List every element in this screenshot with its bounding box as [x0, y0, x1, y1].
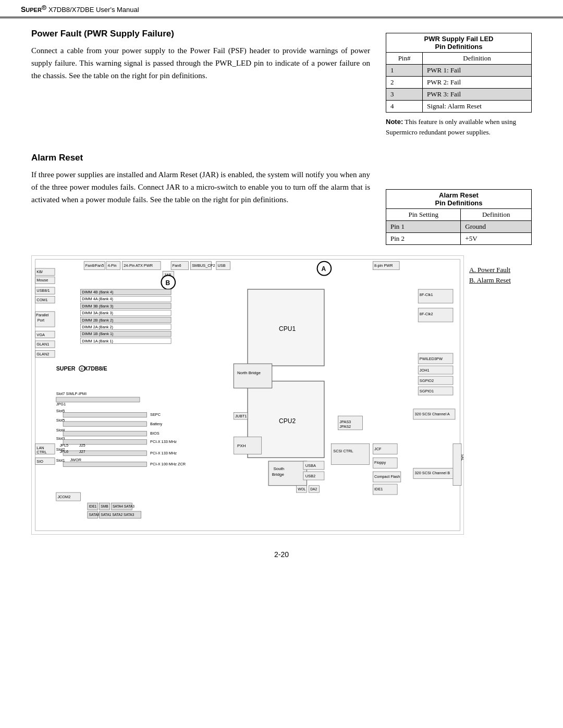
pin-def: PWR 1: Fail [423, 65, 532, 77]
svg-text:JUBT1: JUBT1 [235, 414, 247, 418]
alarm-reset-right: Alarm Reset Pin Definitions Pin Setting … [386, 147, 532, 245]
brand-logo: SUPER® [21, 5, 46, 14]
svg-text:North Bridge: North Bridge [237, 371, 261, 375]
pwr-fail-table: PWR Supply Fail LED Pin Definitions Pin#… [386, 33, 532, 113]
svg-text:8-pin PWR: 8-pin PWR [374, 263, 393, 268]
svg-text:JOH1: JOH1 [420, 368, 430, 373]
svg-text:4-Pin: 4-Pin [108, 263, 117, 268]
power-fault-right: PWR Supply Fail LED Pin Definitions Pin#… [386, 29, 532, 137]
alarm-reset-section: Alarm Reset If three power supplies are … [31, 147, 532, 245]
svg-rect-98 [63, 451, 146, 455]
svg-text:A: A [322, 265, 326, 273]
svg-rect-103 [63, 462, 146, 466]
svg-text:CTRL: CTRL [36, 450, 46, 454]
svg-text:DA2: DA2 [310, 487, 317, 491]
svg-text:DIMM 1A (Bank 1): DIMM 1A (Bank 1) [82, 339, 113, 343]
svg-text:PCI-X 100 MHz ZCR: PCI-X 100 MHz ZCR [150, 462, 186, 466]
svg-text:SGPIO2: SGPIO2 [420, 378, 434, 383]
svg-text:Fan8/Fan5: Fan8/Fan5 [85, 263, 104, 268]
svg-text:WOL: WOL [298, 487, 305, 491]
diagram-label-b[interactable]: B. Alarm Reset [469, 276, 532, 285]
svg-text:GLAN1: GLAN1 [36, 342, 49, 347]
svg-text:IDE1: IDE1 [89, 504, 97, 508]
svg-text:CPU2: CPU2 [279, 417, 296, 425]
pwr-fail-table-title: PWR Supply Fail LED Pin Definitions [386, 33, 532, 53]
svg-text:USB8/1: USB8/1 [36, 288, 50, 293]
svg-text:320 SCSI Channel B: 320 SCSI Channel B [415, 471, 450, 475]
note-text: Note: This feature is only available whe… [386, 117, 532, 137]
page-content: Power Fault (PWR Supply Failure) Connect… [0, 18, 563, 545]
svg-text:SUPER: SUPER [56, 365, 76, 372]
alarm-reset-title: Alarm Reset [31, 153, 370, 163]
alarm-table-title: Alarm Reset Pin Definitions [386, 190, 532, 209]
svg-text:SAL: SAL [461, 454, 463, 461]
svg-text:KB/: KB/ [36, 269, 43, 274]
svg-text:DIMM 2B (Bank 2): DIMM 2B (Bank 2) [82, 318, 113, 323]
svg-text:Mouse: Mouse [36, 278, 48, 282]
pin-number: 4 [386, 101, 423, 113]
svg-text:USB: USB [218, 263, 226, 268]
svg-text:PCI-X 133 MHz: PCI-X 133 MHz [150, 439, 177, 444]
table-header-row: Pin Setting Definition [386, 209, 532, 221]
svg-text:JPAS2: JPAS2 [339, 424, 351, 429]
svg-text:8F-Clk1: 8F-Clk1 [420, 292, 433, 297]
header-title: X7DB8/X7DBE User's Manual [48, 6, 139, 14]
page-header: SUPER® X7DB8/X7DBE User's Manual [0, 0, 563, 18]
svg-text:JCOM2: JCOM2 [57, 495, 70, 499]
alarm-reset-table: Alarm Reset Pin Definitions Pin Setting … [386, 189, 532, 245]
svg-text:VGA: VGA [36, 332, 45, 337]
svg-text:Slot7  SIMLP-IPMI: Slot7 SIMLP-IPMI [56, 391, 87, 396]
svg-rect-92 [63, 440, 146, 445]
motherboard-diagram: KB/ Mouse USB8/1 COM1 Parallel Port VGA … [31, 255, 464, 535]
svg-text:SATA4 SATA3: SATA4 SATA3 [113, 504, 134, 508]
svg-rect-83 [63, 412, 146, 417]
svg-text:DIMM 2A (Bank 2): DIMM 2A (Bank 2) [82, 325, 113, 329]
svg-text:JCF: JCF [374, 447, 382, 451]
svg-rect-151 [453, 444, 461, 486]
svg-text:USB2: USB2 [305, 474, 315, 478]
pin-setting: Pin 1 [386, 221, 461, 233]
svg-text:Parallel: Parallel [36, 313, 49, 317]
pin-def: Signal: Alarm Reset [423, 101, 532, 113]
power-fault-section: Power Fault (PWR Supply Failure) Connect… [31, 29, 532, 137]
pin-number: 1 [386, 65, 423, 77]
svg-text:DIMM 1B (Bank 1): DIMM 1B (Bank 1) [82, 331, 113, 336]
alarm-reset-row: Alarm Reset If three power supplies are … [31, 147, 532, 245]
note-label: Note: [386, 118, 403, 126]
pin-setting: Pin 2 [386, 233, 461, 245]
svg-text:Bridge: Bridge [272, 472, 285, 477]
alarm-reset-link[interactable]: B. Alarm Reset [469, 276, 511, 284]
page-number: 2-20 [274, 550, 289, 559]
diagram-labels: A. Power Fault B. Alarm Reset [469, 255, 532, 287]
svg-text:JPL6: JPL6 [59, 449, 68, 454]
svg-text:X7DB8/E: X7DB8/E [84, 365, 107, 372]
svg-rect-86 [63, 422, 146, 426]
svg-text:Port: Port [38, 318, 44, 323]
svg-text:SATA1 SATA2 SATA3: SATA1 SATA2 SATA3 [101, 513, 134, 516]
svg-text:BIOS: BIOS [150, 431, 160, 436]
table-row: Pin 2 +5V [386, 233, 532, 245]
svg-text:GLAN2: GLAN2 [36, 352, 49, 356]
svg-text:®: ® [80, 367, 83, 371]
svg-text:B: B [165, 279, 170, 287]
alarm-reset-body: If three power supplies are installed an… [31, 168, 370, 206]
svg-text:PCI-X 133 MHz: PCI-X 133 MHz [150, 451, 177, 455]
svg-text:CPU1: CPU1 [279, 325, 296, 332]
pin-def: Ground [461, 221, 532, 233]
svg-text:SGPIO1: SGPIO1 [420, 389, 434, 393]
svg-text:SMBUS_CP2: SMBUS_CP2 [192, 263, 215, 268]
svg-text:SATA8: SATA8 [89, 513, 100, 516]
svg-text:PWILED3PW: PWILED3PW [420, 356, 443, 361]
svg-rect-74 [234, 364, 272, 388]
diagram-label-a[interactable]: A. Power Fault [469, 266, 532, 274]
power-fault-link[interactable]: A. Power Fault [469, 266, 510, 274]
svg-text:JPL5: JPL5 [59, 443, 68, 448]
power-fault-title: Power Fault (PWR Supply Failure) [31, 29, 370, 39]
svg-text:PXH: PXH [237, 443, 246, 448]
table-row: 4 Signal: Alarm Reset [386, 101, 532, 113]
svg-text:IDE1: IDE1 [374, 487, 383, 491]
svg-text:JPG1: JPG1 [56, 402, 66, 406]
svg-text:J27: J27 [79, 449, 85, 454]
col-pin-setting-header: Pin Setting [386, 209, 461, 221]
registered-icon: ® [42, 5, 46, 10]
